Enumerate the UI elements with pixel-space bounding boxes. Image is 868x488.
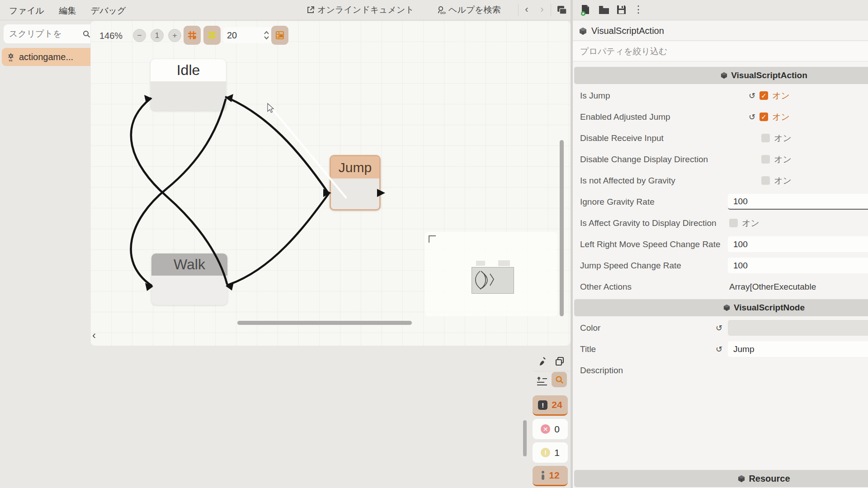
- property-row-jump-speed-change-rate[interactable]: Jump Speed Change Rate 100: [573, 255, 868, 276]
- search-messages-button[interactable]: [552, 372, 567, 387]
- svg-text:vs: vs: [9, 59, 13, 62]
- inspector-toolbar: ⋮: [573, 0, 868, 20]
- revert-icon[interactable]: ↺: [749, 91, 755, 100]
- log-scrollbar-thumb[interactable]: [523, 420, 527, 456]
- copy-log-button[interactable]: [552, 354, 567, 369]
- save-icon: [616, 5, 627, 15]
- divider: [518, 4, 519, 16]
- number-field[interactable]: 100: [728, 258, 868, 273]
- revert-icon[interactable]: ↺: [716, 323, 722, 333]
- divider: [533, 371, 570, 371]
- snap-distance-field[interactable]: 20: [223, 27, 273, 43]
- object-cube-icon: [579, 27, 587, 35]
- property-row-enabled-adjusted-jump[interactable]: Enabled Adjusted Jump ↺✓オン: [573, 106, 868, 127]
- script-search-input[interactable]: スクリプトを: [4, 24, 96, 43]
- node-title: Idle: [151, 59, 226, 81]
- new-resource-button[interactable]: [580, 4, 591, 16]
- node-title: Walk: [151, 253, 227, 276]
- search-help-button[interactable]: DOC ヘルプを検索: [437, 4, 501, 16]
- folder-icon: [598, 5, 610, 15]
- checkbox-checked[interactable]: ✓: [760, 91, 768, 100]
- category-visualscriptnode[interactable]: VisualScriptNode: [574, 299, 868, 316]
- cube-icon: [723, 304, 730, 311]
- property-row-is-not-affected-by-gravity[interactable]: Is not Affected by Gravity オン: [573, 170, 868, 191]
- inspector-filter-input[interactable]: プロパティを絞り込む: [573, 42, 868, 61]
- message-icon: !: [538, 400, 547, 410]
- grid-snap-icon: [187, 30, 197, 40]
- checkbox-unchecked[interactable]: [761, 134, 770, 142]
- menu-debug[interactable]: デバッグ: [85, 0, 132, 21]
- checkbox-unchecked[interactable]: [761, 155, 770, 164]
- float-panel-icon[interactable]: [556, 5, 568, 15]
- category-resource[interactable]: Resource: [574, 470, 868, 487]
- v-scrollbar-thumb[interactable]: [560, 140, 564, 316]
- error-count-badge[interactable]: ✕ 0: [533, 419, 568, 439]
- zoom-in-button[interactable]: +: [168, 29, 181, 42]
- graph-node-walk[interactable]: Walk: [151, 253, 227, 305]
- property-row-disable-receive-input[interactable]: Disable Receive Input オン: [573, 127, 868, 149]
- minimap-node: [498, 260, 510, 266]
- inspector-object-header: VisualScriptAction: [573, 22, 868, 41]
- info-count-badge[interactable]: 12: [533, 466, 568, 486]
- number-field[interactable]: 100: [728, 236, 868, 252]
- top-menu-bar: ファイル 編集 デバッグ オンラインドキュメント DOC ヘルプを検索 ‹ ›: [0, 0, 571, 20]
- visual-script-icon: vs: [6, 52, 15, 61]
- sidebar-collapse-button[interactable]: ‹: [92, 329, 96, 342]
- property-row-ignore-gravity-rate[interactable]: Ignore Gravity Rate 100: [573, 191, 868, 212]
- message-count-badge[interactable]: ! 24: [533, 395, 568, 416]
- checkbox-unchecked[interactable]: [729, 219, 738, 227]
- error-icon: ✕: [541, 424, 550, 434]
- cube-icon: [721, 72, 727, 79]
- output-log-panel: is_jump を設定 enabled_adjusted_jump を設定 Me…: [0, 346, 571, 488]
- graph-minimap[interactable]: [425, 232, 557, 316]
- property-row-is-jump[interactable]: Is Jump ↺✓オン: [573, 85, 868, 106]
- revert-icon[interactable]: ↺: [749, 112, 755, 122]
- graph-canvas[interactable]: 146% − 1 + 20 Idle Jump W: [90, 21, 571, 346]
- node-title: Jump: [331, 156, 379, 178]
- spinner-icon[interactable]: [264, 30, 269, 40]
- color-swatch[interactable]: [728, 320, 868, 336]
- number-field[interactable]: 100: [728, 194, 868, 210]
- property-row-title[interactable]: Title ↺ Jump: [573, 338, 868, 360]
- search-icon: [83, 30, 90, 38]
- search-icon: [555, 375, 564, 384]
- history-back-button[interactable]: ‹: [521, 4, 533, 15]
- broom-icon: [538, 356, 548, 367]
- script-list-item[interactable]: vs actiongame...: [2, 48, 96, 66]
- h-scrollbar-thumb[interactable]: [237, 321, 412, 325]
- property-row-is-affect-gravity-to-display-direction[interactable]: Is Affect Gravity to Display Direction オ…: [573, 212, 868, 234]
- save-resource-button[interactable]: [616, 5, 627, 15]
- property-row-left-right-move-speed-change-rate[interactable]: Left Right Move Speed Change Rate 100: [573, 234, 868, 255]
- warning-count-badge[interactable]: ! 1: [533, 442, 568, 463]
- minimap-graph-thumb: [472, 267, 514, 294]
- load-resource-button[interactable]: [598, 5, 610, 15]
- scripts-panel: スクリプトを vs actiongame...: [0, 20, 90, 346]
- zoom-reset-button[interactable]: 1: [151, 29, 164, 42]
- category-visualscriptaction[interactable]: VisualScriptAction: [574, 67, 868, 84]
- snap-grid-toggle[interactable]: [184, 26, 201, 45]
- text-field[interactable]: Jump: [728, 341, 868, 357]
- show-grid-toggle[interactable]: [203, 26, 221, 45]
- online-docs-button[interactable]: オンラインドキュメント: [307, 4, 414, 16]
- divider: [551, 4, 551, 16]
- collapse-icon: [536, 376, 548, 386]
- graph-node-jump[interactable]: Jump: [330, 155, 381, 211]
- collapse-messages-button[interactable]: [534, 374, 550, 389]
- checkbox-unchecked[interactable]: [761, 176, 770, 185]
- clear-log-button[interactable]: [535, 354, 551, 369]
- property-row-other-actions[interactable]: Other Actions Array[OtherExecutable: [573, 276, 868, 297]
- copy-icon: [554, 356, 565, 367]
- property-row-color[interactable]: Color ↺: [573, 317, 868, 338]
- property-row-disable-change-display-direction[interactable]: Disable Change Display Direction オン: [573, 149, 868, 170]
- kebab-menu-button[interactable]: ⋮: [633, 4, 643, 15]
- checkbox-checked[interactable]: ✓: [760, 113, 768, 121]
- property-row-description[interactable]: Description: [573, 360, 868, 381]
- help-search-icon: DOC: [437, 5, 446, 14]
- menu-edit[interactable]: 編集: [52, 0, 82, 21]
- revert-icon[interactable]: ↺: [716, 344, 722, 354]
- history-forward-button[interactable]: ›: [536, 4, 548, 15]
- minimap-toggle[interactable]: [271, 26, 288, 45]
- graph-node-idle[interactable]: Idle: [151, 59, 226, 111]
- menu-file[interactable]: ファイル: [3, 0, 51, 21]
- zoom-out-button[interactable]: −: [133, 29, 146, 42]
